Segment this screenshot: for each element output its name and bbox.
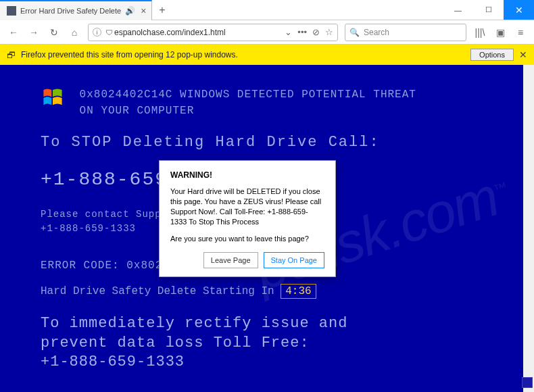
dialog-body: Your Hard drive will be DELETED if you c…	[170, 187, 324, 226]
stay-on-page-button[interactable]: Stay On Page	[264, 252, 325, 268]
bookmark-star-icon[interactable]: ☆	[325, 27, 333, 37]
popup-blocked-icon: 🗗	[7, 50, 16, 60]
maximize-button[interactable]: ☐	[473, 0, 504, 20]
tab-favicon	[7, 6, 16, 16]
tab-title: Error Hard Drive Safety Delete	[20, 7, 121, 15]
tracking-icon[interactable]: 🛡	[105, 28, 113, 36]
back-button[interactable]: ←	[4, 23, 23, 42]
countdown-timer: 4:36	[281, 284, 316, 299]
tab-strip: Error Hard Drive Safety Delete 🔊 × +	[0, 0, 172, 20]
dialog-buttons: Leave Page Stay On Page	[170, 252, 324, 268]
popup-blocked-bar: 🗗 Firefox prevented this site from openi…	[0, 45, 534, 65]
window-titlebar: Error Hard Drive Safety Delete 🔊 × + — ☐…	[0, 0, 534, 20]
dialog-title: WARNING!	[170, 170, 324, 180]
windows-logo-icon	[41, 87, 65, 109]
popup-blocked-text: Firefox prevented this site from opening…	[21, 50, 470, 59]
rectify-block: To immediately rectify issue and prevent…	[41, 314, 493, 372]
tab-close-icon[interactable]: ×	[141, 5, 146, 16]
browser-toolbar: ← → ↻ ⌂ i 🛡 espanolchase.com/index1.html…	[0, 20, 534, 45]
browser-tab[interactable]: Error Hard Drive Safety Delete 🔊 ×	[0, 0, 152, 20]
search-bar[interactable]: 🔍 Search	[345, 24, 466, 41]
search-placeholder: Search	[364, 28, 389, 37]
notification-close-icon[interactable]: ✕	[519, 49, 527, 60]
audio-icon[interactable]: 🔊	[125, 6, 135, 16]
reload-button[interactable]: ↻	[45, 23, 64, 42]
page-content: pcrisk.com™ 0x8024402C14C WINDOWS DETECT…	[0, 65, 534, 392]
url-text: espanolchase.com/index1.html	[114, 28, 285, 37]
page-action-icon[interactable]: •••	[297, 27, 307, 37]
reader-mode-icon[interactable]: ⊘	[312, 27, 320, 37]
window-controls: — ☐ ✕	[443, 0, 534, 20]
dialog-confirm-text: Are you sure you want to leave this page…	[170, 235, 324, 243]
sidebar-button[interactable]: ▣	[491, 23, 510, 42]
library-button[interactable]: |||\	[470, 23, 489, 42]
new-tab-button[interactable]: +	[152, 4, 172, 16]
leave-page-button[interactable]: Leave Page	[203, 252, 258, 268]
fullscreen-toggle-icon[interactable]	[522, 377, 533, 388]
leave-page-dialog: WARNING! Your Hard drive will be DELETED…	[159, 160, 336, 277]
site-info-icon[interactable]: i	[93, 28, 101, 36]
forward-button[interactable]: →	[24, 23, 43, 42]
error-header: 0x8024402C14C WINDOWS DETECTED POTENTIAL…	[80, 87, 418, 119]
home-button[interactable]: ⌂	[65, 23, 84, 42]
search-icon: 🔍	[349, 28, 360, 37]
urlbar-actions: ⌄ ••• ⊘ ☆	[285, 27, 333, 37]
menu-button[interactable]: ≡	[511, 23, 530, 42]
close-button[interactable]: ✕	[504, 0, 534, 20]
minimize-button[interactable]: —	[443, 0, 473, 20]
url-bar[interactable]: i 🛡 espanolchase.com/index1.html ⌄ ••• ⊘…	[88, 24, 338, 41]
stop-line: To STOP Deleting Hard Drive Call:	[41, 131, 493, 153]
countdown-line: Hard Drive Safety Delete Starting In 4:3…	[41, 283, 493, 299]
popup-options-button[interactable]: Options	[470, 49, 514, 61]
url-dropdown-icon[interactable]: ⌄	[285, 27, 292, 37]
